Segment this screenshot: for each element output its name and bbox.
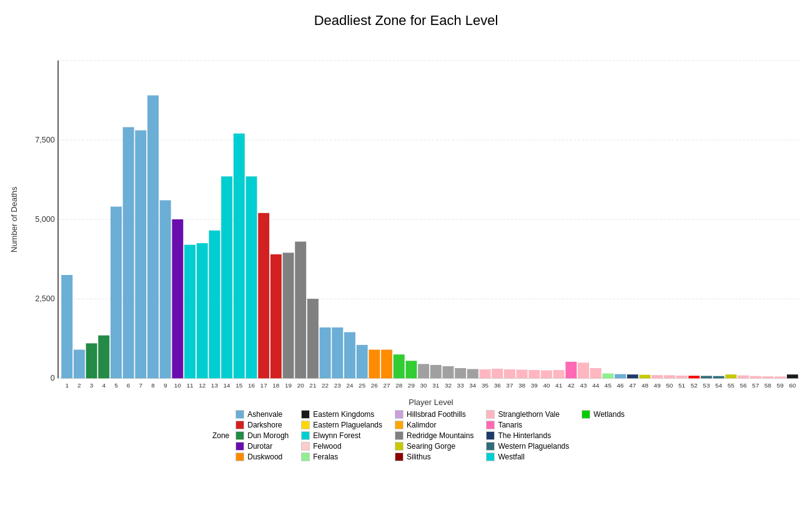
svg-rect-86 xyxy=(528,370,540,378)
legend-item-label: Tanaris xyxy=(498,421,522,429)
legend-item: Western Plaguelands xyxy=(486,442,569,451)
svg-text:60: 60 xyxy=(789,382,796,389)
svg-text:53: 53 xyxy=(703,382,710,389)
svg-text:48: 48 xyxy=(641,382,649,389)
legend-color-box xyxy=(395,452,404,461)
svg-text:29: 29 xyxy=(408,382,415,389)
svg-text:22: 22 xyxy=(322,382,329,389)
svg-rect-112 xyxy=(688,376,700,378)
legend-color-box xyxy=(486,410,495,419)
svg-text:4: 4 xyxy=(102,382,106,389)
legend-area: Zone AshenvaleEastern KingdomsHillsbrad … xyxy=(6,410,806,461)
svg-rect-104 xyxy=(640,375,651,379)
chart-container: Deadliest Zone for Each Level Number of … xyxy=(0,0,812,520)
legend-color-box xyxy=(301,410,310,419)
svg-text:41: 41 xyxy=(555,382,562,389)
svg-rect-64 xyxy=(394,354,405,378)
svg-text:57: 57 xyxy=(752,382,759,389)
legend-item: Darkshore xyxy=(235,421,289,429)
legend-item: Elwynn Forest xyxy=(301,431,382,440)
chart-inner: 0 2,500 5,000 7,500 12345678910111213141… xyxy=(19,35,806,404)
svg-text:17: 17 xyxy=(260,382,267,389)
legend-color-box xyxy=(301,431,310,440)
zone-label: Zone xyxy=(212,431,229,440)
legend-color-box xyxy=(235,421,244,429)
svg-rect-126 xyxy=(775,377,786,379)
legend-color-box xyxy=(301,421,310,429)
svg-text:32: 32 xyxy=(445,382,452,389)
svg-rect-98 xyxy=(603,374,614,379)
svg-rect-72 xyxy=(443,366,454,378)
legend-item: Hillsbrad Foothills xyxy=(395,410,473,419)
legend-item-label: Dun Morogh xyxy=(247,431,289,440)
svg-text:20: 20 xyxy=(297,382,305,389)
legend-color-box xyxy=(235,442,244,451)
svg-rect-54 xyxy=(332,328,343,378)
svg-rect-56 xyxy=(344,332,355,379)
svg-rect-128 xyxy=(787,374,798,378)
svg-text:59: 59 xyxy=(777,382,784,389)
svg-text:14: 14 xyxy=(224,382,231,389)
legend-item: Searing Gorge xyxy=(395,442,473,451)
svg-text:40: 40 xyxy=(543,382,550,389)
svg-text:0: 0 xyxy=(51,374,55,383)
svg-text:21: 21 xyxy=(309,382,316,389)
legend-item-label: Eastern Kingdoms xyxy=(313,410,374,419)
svg-rect-46 xyxy=(283,252,294,378)
svg-text:3: 3 xyxy=(90,382,94,389)
svg-text:5: 5 xyxy=(114,382,118,389)
legend-item-label: Hillsbrad Foothills xyxy=(407,410,466,419)
legend-color-box xyxy=(486,431,495,440)
svg-rect-92 xyxy=(565,362,577,378)
svg-rect-10 xyxy=(61,275,72,378)
svg-text:18: 18 xyxy=(272,382,280,389)
legend-color-box xyxy=(395,442,404,451)
legend-color-box xyxy=(301,442,310,451)
legend-item: Redridge Mountains xyxy=(395,431,473,440)
legend-item: Eastern Kingdoms xyxy=(301,410,382,419)
legend-item: Dun Morogh xyxy=(235,431,289,440)
svg-rect-20 xyxy=(123,128,134,379)
legend-item-label: Westfall xyxy=(498,452,524,461)
svg-text:23: 23 xyxy=(334,382,342,389)
svg-rect-18 xyxy=(111,207,122,379)
svg-rect-124 xyxy=(762,376,773,378)
y-axis-label: Number of Deaths xyxy=(6,35,19,404)
svg-text:27: 27 xyxy=(384,382,390,389)
legend-color-box xyxy=(486,442,495,451)
svg-text:16: 16 xyxy=(248,382,255,389)
legend-color-box xyxy=(235,410,244,419)
legend-item: Eastern Plaguelands xyxy=(301,421,382,429)
svg-text:44: 44 xyxy=(592,382,600,389)
svg-rect-48 xyxy=(295,242,306,379)
svg-text:49: 49 xyxy=(654,382,661,389)
svg-rect-32 xyxy=(197,243,208,378)
svg-rect-70 xyxy=(430,365,442,378)
svg-rect-106 xyxy=(651,375,663,378)
svg-rect-22 xyxy=(135,131,146,379)
legend-item-label: The Hinterlands xyxy=(498,431,551,440)
legend-color-box xyxy=(395,421,404,429)
svg-text:8: 8 xyxy=(151,382,155,389)
svg-text:2: 2 xyxy=(77,382,81,389)
svg-rect-52 xyxy=(320,328,331,378)
svg-rect-110 xyxy=(676,376,688,378)
svg-text:55: 55 xyxy=(728,382,735,389)
svg-rect-122 xyxy=(750,376,761,379)
legend-item-label: Western Plaguelands xyxy=(498,442,569,451)
svg-rect-40 xyxy=(246,176,257,378)
legend-color-box xyxy=(486,421,495,429)
svg-text:33: 33 xyxy=(457,382,465,389)
svg-rect-58 xyxy=(357,345,368,378)
svg-rect-28 xyxy=(172,219,183,378)
svg-rect-78 xyxy=(480,369,491,378)
legend-color-box xyxy=(235,452,244,461)
legend-item-label: Eastern Plaguelands xyxy=(313,421,382,429)
legend-item-label: Wetlands xyxy=(593,410,625,419)
legend-item: Stranglethorn Vale xyxy=(486,410,569,419)
legend-item-label: Feralas xyxy=(313,452,338,461)
legend-item-label: Silithus xyxy=(407,452,431,461)
legend-item-label: Ashenvale xyxy=(247,410,282,419)
legend-item: Feralas xyxy=(301,452,382,461)
svg-text:7,500: 7,500 xyxy=(35,136,55,144)
